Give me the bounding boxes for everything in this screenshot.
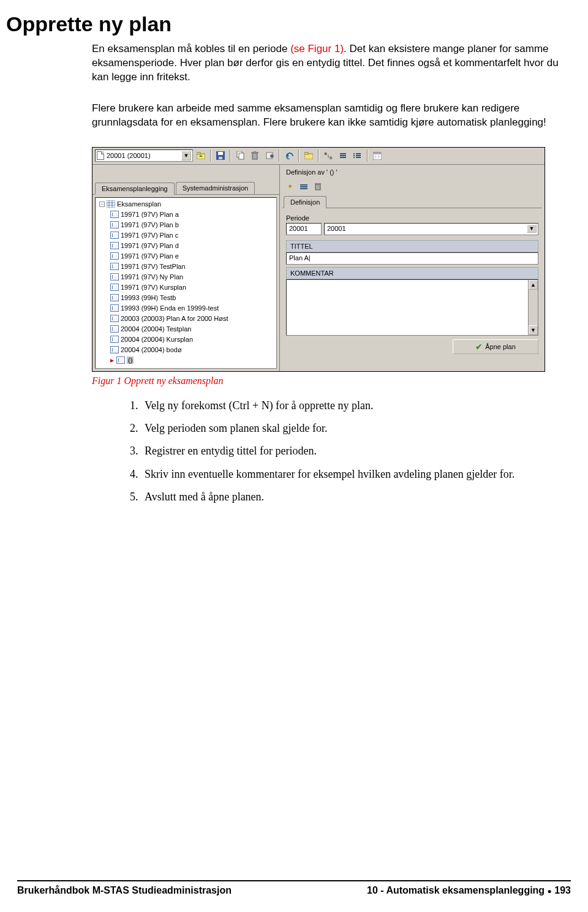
check-icon: ✔ xyxy=(475,342,483,352)
figure-caption: Figur 1 Opprett ny eksamensplan xyxy=(6,375,570,386)
separator xyxy=(298,149,300,162)
tab-systemadministrasjon[interactable]: Systemadministrasjon xyxy=(176,182,255,194)
page-footer: Brukerhåndbok M-STAS Studieadministrasjo… xyxy=(17,880,571,896)
tree-item-label: 19971 (97V) TestPlan xyxy=(121,263,186,270)
periode-code-field[interactable]: 20001 xyxy=(286,223,322,235)
svg-rect-3 xyxy=(218,152,223,155)
open-folder-button[interactable] xyxy=(302,149,315,162)
dropdown-arrow-icon[interactable]: ▼ xyxy=(527,224,537,233)
folder-up-button[interactable] xyxy=(194,149,208,162)
mini-delete-button[interactable] xyxy=(312,181,324,193)
tree-item-label: 19971 (97V) Plan e xyxy=(121,252,179,260)
tree-item-label: 19971 (97V) Plan d xyxy=(121,242,179,249)
calendar-icon xyxy=(373,151,382,160)
undo-button[interactable] xyxy=(282,149,296,162)
right-pane: Definisjon av ' () ' ✦ Definisjon Period… xyxy=(280,165,545,371)
step-item: Skriv inn eventuelle kommentarer for eks… xyxy=(141,467,570,481)
mini-new-button[interactable]: ✦ xyxy=(284,181,296,193)
sort-button[interactable]: a↓b xyxy=(322,149,335,162)
delete-button[interactable] xyxy=(248,149,262,162)
tree-item[interactable]: 19971 (97V) TestPlan xyxy=(97,262,275,272)
intro-paragraph-2: Flere brukere kan arbeide med samme eksa… xyxy=(6,102,570,130)
mini-toolbar: ✦ xyxy=(282,179,542,195)
tree-root[interactable]: − Eksamensplan xyxy=(97,199,275,209)
svg-rect-7 xyxy=(252,153,257,159)
definition-title: Definisjon av ' () ' xyxy=(282,166,542,179)
plan-icon xyxy=(110,346,119,353)
new-button[interactable]: ✱ xyxy=(263,149,276,162)
period-combo[interactable]: 20001 (20001) ▼ xyxy=(95,149,193,162)
separator xyxy=(210,149,211,162)
intro-paragraph-1: En eksamensplan må kobles til en periode… xyxy=(6,42,570,85)
scroll-down-icon[interactable]: ▼ xyxy=(529,325,538,335)
plan-icon xyxy=(110,263,119,270)
tree-item-label: 19993 (99H) Testb xyxy=(121,294,176,301)
open-plan-button[interactable]: ✔ Åpne plan xyxy=(453,339,538,354)
tittel-field[interactable]: Plan A| xyxy=(286,252,538,265)
kommentar-header: KOMMENTAR xyxy=(286,267,538,279)
left-pane: Eksamensplanlegging Systemadministrasjon… xyxy=(92,165,280,371)
svg-rect-1 xyxy=(197,153,200,154)
tree-item[interactable]: 20004 (20004) Kursplan xyxy=(97,334,275,345)
tree-item[interactable]: 19971 (97V) Ny Plan xyxy=(97,272,275,282)
scroll-up-icon[interactable]: ▲ xyxy=(529,280,538,290)
svg-rect-9 xyxy=(254,151,256,152)
scrollbar[interactable]: ▲ ▼ xyxy=(528,280,538,335)
list-button-1[interactable] xyxy=(336,149,350,162)
mini-list-button[interactable] xyxy=(298,181,310,193)
step-item: Avslutt med å åpne planen. xyxy=(141,490,570,504)
trash-icon xyxy=(315,183,321,190)
tree-item[interactable]: 19971 (97V) Kursplan xyxy=(97,282,275,293)
plan-tree[interactable]: − Eksamensplan 19971 (97V) Plan a 19971 … xyxy=(95,197,277,369)
collapse-icon[interactable]: − xyxy=(99,202,105,207)
tree-item[interactable]: 19993 (99H) Testb xyxy=(97,293,275,303)
plan-icon xyxy=(110,252,119,260)
list-icon xyxy=(353,152,362,159)
tree-item-label: 20004 (20004) Kursplan xyxy=(121,336,193,343)
tab-definisjon[interactable]: Definisjon xyxy=(284,196,326,208)
app-window: 20001 (20001) ▼ ✱ a↓b xyxy=(92,147,545,372)
svg-rect-20 xyxy=(353,153,355,154)
tree-item[interactable]: 20003 (20003) Plan A for 2000 Høst xyxy=(97,314,275,324)
tree-item[interactable]: 19971 (97V) Plan c xyxy=(97,230,275,241)
svg-rect-37 xyxy=(315,183,321,184)
tree-item[interactable]: 19971 (97V) Plan a xyxy=(97,209,275,220)
svg-rect-4 xyxy=(219,157,222,159)
kommentar-textarea[interactable]: ▲ ▼ xyxy=(286,279,538,336)
tree-item[interactable]: 19971 (97V) Plan d xyxy=(97,241,275,251)
svg-rect-22 xyxy=(353,157,355,158)
tree-item[interactable]: 19971 (97V) Plan e xyxy=(97,251,275,262)
tree-item-label: 20004 (20004) bodø xyxy=(121,346,182,353)
tree-item-new-label: () xyxy=(127,356,134,364)
save-button[interactable] xyxy=(214,149,227,162)
plan-icon xyxy=(116,356,125,364)
tree-item[interactable]: 19993 (99H) Enda en 19999-test xyxy=(97,303,275,314)
tittel-header: TITTEL xyxy=(286,240,538,252)
svg-rect-21 xyxy=(353,155,355,156)
open-plan-label: Åpne plan xyxy=(485,343,516,350)
periode-name-field[interactable]: 20001 ▼ xyxy=(324,223,538,235)
periode-label: Periode xyxy=(284,212,541,222)
copy-button[interactable] xyxy=(233,149,247,162)
plan-icon xyxy=(110,294,119,301)
plan-icon xyxy=(110,242,119,249)
list-icon xyxy=(300,184,307,190)
steps-list: Velg ny forekomst (Ctrl + N) for å oppre… xyxy=(6,399,570,505)
dropdown-arrow-icon[interactable]: ▼ xyxy=(181,151,191,160)
list-button-2[interactable] xyxy=(351,149,364,162)
svg-rect-36 xyxy=(315,184,320,190)
sparkle-icon: ✦ xyxy=(287,183,293,190)
list-icon xyxy=(339,152,347,159)
calendar-button[interactable] xyxy=(371,149,384,162)
tree-item[interactable]: 20004 (20004) bodø xyxy=(97,345,275,355)
svg-rect-13 xyxy=(304,153,308,154)
right-tabs: Definisjon xyxy=(282,195,542,208)
tree-item-new[interactable]: ▸ () xyxy=(97,355,275,366)
tab-eksamensplanlegging[interactable]: Eksamensplanlegging xyxy=(95,183,175,195)
tree-item[interactable]: 19971 (97V) Plan b xyxy=(97,220,275,230)
step-item: Velg ny forekomst (Ctrl + N) for å oppre… xyxy=(141,399,570,413)
plan-icon xyxy=(110,211,119,218)
plan-icon xyxy=(110,315,119,322)
plan-icon xyxy=(110,221,119,228)
tree-item[interactable]: 20004 (20004) Testplan xyxy=(97,324,275,334)
